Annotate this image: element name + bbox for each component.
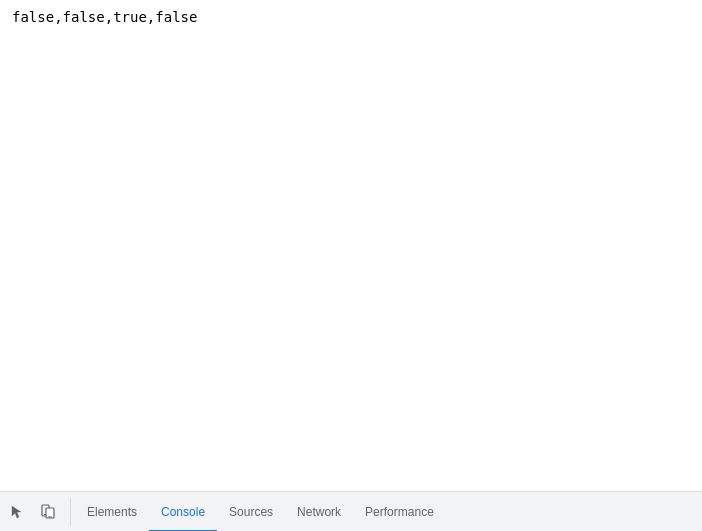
- devtools-tabs: Elements Console Sources Network Perform…: [75, 492, 446, 531]
- devtools-bar: Elements Console Sources Network Perform…: [0, 491, 702, 531]
- devtools-icon-group: [4, 498, 71, 526]
- browser-content: false,false,true,false: [0, 0, 702, 491]
- tab-elements[interactable]: Elements: [75, 492, 149, 532]
- output-text: false,false,true,false: [12, 9, 197, 25]
- tab-network[interactable]: Network: [285, 492, 353, 532]
- tab-performance[interactable]: Performance: [353, 492, 446, 532]
- tab-sources[interactable]: Sources: [217, 492, 285, 532]
- tab-console[interactable]: Console: [149, 492, 217, 532]
- cursor-icon-button[interactable]: [4, 498, 32, 526]
- device-toggle-button[interactable]: [34, 498, 62, 526]
